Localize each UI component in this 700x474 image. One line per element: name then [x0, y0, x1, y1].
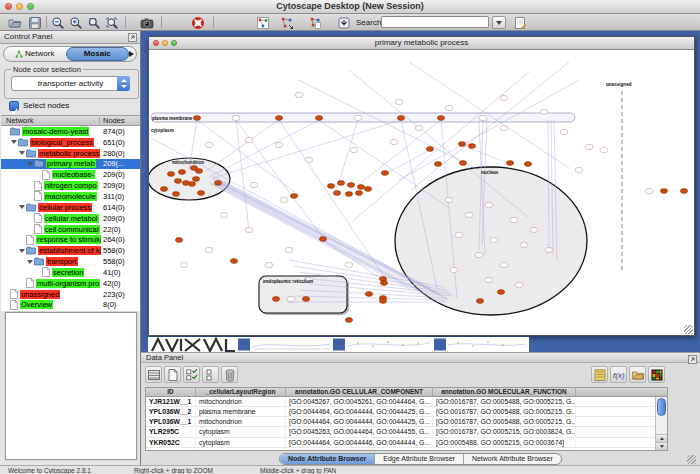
node-selected-orange[interactable] [524, 162, 531, 167]
node-selected-orange[interactable] [380, 281, 387, 286]
network-frame-titlebar[interactable]: primary metabolic process [149, 37, 694, 50]
search-dropdown-button[interactable] [492, 16, 506, 29]
tree-row-establishment-of-lo[interactable]: establishment of lo558(0) [1, 245, 140, 256]
node[interactable] [585, 144, 593, 149]
node[interactable] [530, 227, 538, 232]
node[interactable] [560, 129, 568, 134]
node-selected-orange[interactable] [214, 181, 221, 186]
node[interactable] [415, 125, 423, 130]
disclosure-triangle-icon[interactable] [27, 260, 33, 264]
node[interactable] [450, 267, 458, 272]
minimize-button[interactable] [16, 3, 23, 10]
tree-row-response-to-stimulu[interactable]: response to stimulu264(0) [1, 234, 140, 245]
disclosure-triangle-icon[interactable] [19, 249, 25, 253]
annotation-button[interactable] [512, 15, 528, 30]
node[interactable] [395, 99, 403, 104]
node[interactable] [232, 115, 240, 120]
node[interactable] [250, 182, 258, 187]
node-selected-orange[interactable] [680, 189, 687, 194]
column-header-annotation-go-cellular-component[interactable]: annotation.GO CELLULAR_COMPONENT [286, 388, 433, 396]
zoom-fit-button[interactable] [104, 15, 120, 30]
table-scrollbar[interactable] [655, 397, 667, 450]
node-selected-orange[interactable] [506, 161, 513, 166]
node-color-dropdown[interactable]: transporter activity [11, 76, 130, 91]
node[interactable] [220, 212, 228, 217]
tree-row-cellular-metabol[interactable]: cellular metabol209(0) [1, 213, 140, 224]
node[interactable] [345, 262, 353, 267]
tree-row-metabolic-process[interactable]: metabolic process280(0) [1, 148, 140, 159]
node[interactable] [479, 115, 487, 120]
node[interactable] [465, 212, 473, 217]
node[interactable] [520, 242, 528, 247]
node-selected-orange[interactable] [160, 187, 167, 192]
network-canvas[interactable]: plasma membranecytoplasmmitochondrionnuc… [149, 50, 694, 335]
open-network-button[interactable] [7, 15, 23, 30]
vizmapper-button[interactable] [255, 15, 271, 30]
birds-eye-view[interactable] [5, 312, 137, 460]
node-selected-orange[interactable] [188, 182, 195, 187]
node[interactable] [305, 157, 313, 162]
node-selected-orange[interactable] [275, 116, 282, 121]
node-selected-orange[interactable] [434, 162, 441, 167]
zoom-window-button[interactable] [27, 3, 34, 10]
node-selected-orange[interactable] [355, 191, 362, 196]
node[interactable] [490, 237, 498, 242]
node[interactable] [485, 202, 493, 207]
node-selected-orange[interactable] [167, 172, 174, 177]
disclosure-triangle-icon[interactable] [19, 205, 25, 209]
node[interactable] [265, 262, 273, 267]
tree-row-overview[interactable]: Overview8(0) [1, 300, 140, 311]
node-selected-orange[interactable] [458, 142, 465, 147]
node-selected-orange[interactable] [497, 290, 504, 295]
node[interactable] [180, 262, 188, 267]
column-header-cellularlayoutregion[interactable]: _cellularLayoutRegion [196, 388, 286, 396]
table-row-ydr039c-1[interactable]: YDR039C__1mitochondrion[GO:0044464, GO:0… [146, 448, 655, 450]
scroll-up-button[interactable] [656, 434, 667, 442]
node[interactable] [275, 142, 283, 147]
tab-network-attribute-browser[interactable]: Network Attribute Browser [464, 454, 561, 464]
tree-row-unassigned[interactable]: unassigned223(0) [1, 289, 140, 300]
tree-row-mosaic-demo-yeast[interactable]: mosaic-demo-yeast874(0) [1, 126, 140, 137]
node[interactable] [500, 262, 508, 267]
import-table-button[interactable] [336, 15, 352, 30]
node-selected-orange[interactable] [347, 183, 354, 188]
node[interactable] [390, 139, 398, 144]
tree-row-secretion[interactable]: secretion41(0) [1, 267, 140, 278]
node[interactable] [280, 197, 288, 202]
tree-row-multi-organism-pro[interactable]: multi-organism pro42(0) [1, 278, 140, 289]
column-nodes[interactable]: Nodes [103, 116, 125, 125]
node[interactable] [515, 282, 523, 287]
node-selected-orange[interactable] [175, 238, 182, 243]
node-selected-orange[interactable] [290, 194, 297, 199]
node[interactable] [485, 277, 493, 282]
node-selected-orange[interactable] [345, 192, 352, 197]
tree-row-transport[interactable]: transport558(0) [1, 256, 140, 267]
node[interactable] [285, 247, 293, 252]
column-network[interactable]: Network [1, 116, 34, 125]
node-selected-orange[interactable] [272, 297, 279, 302]
zoom-selected-button[interactable] [86, 15, 102, 30]
node[interactable] [445, 105, 453, 110]
search-input[interactable] [381, 16, 489, 28]
tab-edge-attribute-browser[interactable]: Edge Attribute Browser [375, 454, 464, 464]
table-row-ypl036w-1[interactable]: YPL036W__1mitochondrion[GO:0044464, GO:0… [146, 417, 655, 427]
node[interactable] [445, 197, 453, 202]
node-selected-orange[interactable] [230, 259, 237, 264]
node[interactable] [500, 125, 508, 130]
node[interactable] [245, 227, 253, 232]
node[interactable] [475, 252, 483, 257]
save-session-button[interactable] [27, 15, 43, 30]
frame-close-button[interactable] [153, 40, 159, 46]
tree-row-nucleobase[interactable]: nucleobase-209(0) [1, 169, 140, 180]
node[interactable] [575, 167, 583, 172]
node-selected-orange[interactable] [459, 161, 466, 166]
frame-resize-grip[interactable] [684, 325, 693, 334]
tree-row-macromolecule[interactable]: macromolecule311(0) [1, 191, 140, 202]
frame-minimize-button[interactable] [162, 40, 168, 46]
node[interactable] [354, 115, 362, 120]
node-selected-orange[interactable] [190, 166, 197, 171]
node-selected-orange[interactable] [178, 170, 185, 175]
table-row-ypl036w-2[interactable]: YPL036W__2plasma membrane[GO:0044464, GO… [146, 407, 655, 417]
node-selected-orange[interactable] [364, 187, 371, 192]
node[interactable] [350, 147, 358, 152]
